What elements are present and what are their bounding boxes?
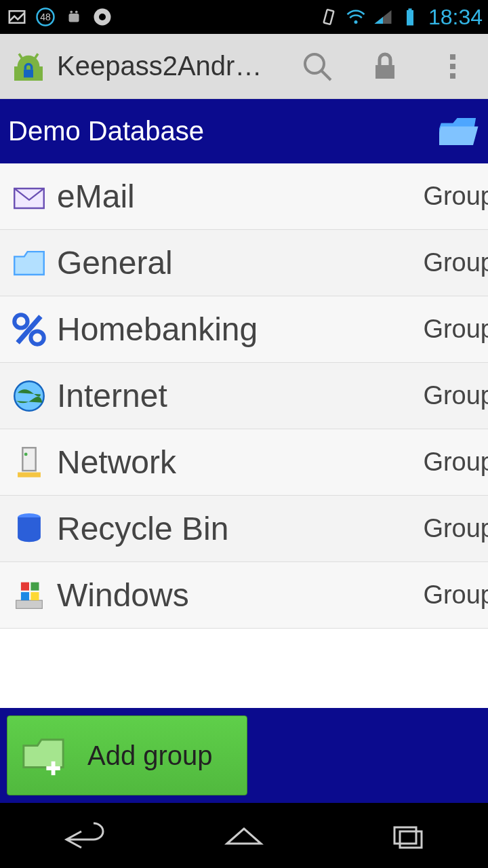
group-row-recyclebin[interactable]: Recycle Bin Group	[0, 496, 488, 562]
signal-icon	[371, 5, 394, 28]
group-row-homebanking[interactable]: Homebanking Group	[0, 296, 488, 363]
svg-line-15	[35, 54, 38, 58]
group-type: Group	[423, 448, 488, 477]
search-icon[interactable]	[290, 39, 344, 94]
bin-icon	[8, 508, 50, 550]
svg-rect-2	[69, 14, 79, 22]
group-type: Group	[423, 381, 488, 410]
bottom-toolbar: Add group	[0, 708, 488, 803]
group-row-general[interactable]: General Group	[0, 230, 488, 296]
svg-point-3	[70, 11, 73, 14]
svg-rect-28	[22, 448, 35, 471]
status-bar: 48 18:34	[0, 0, 488, 34]
app-title: Keepass2Andr…	[57, 51, 277, 81]
svg-rect-35	[21, 592, 29, 600]
group-type: Group	[423, 248, 488, 277]
svg-rect-19	[375, 65, 394, 79]
svg-point-30	[24, 452, 28, 456]
svg-rect-39	[394, 827, 416, 844]
group-label: eMail	[57, 178, 416, 215]
database-header[interactable]: Demo Database	[0, 99, 488, 163]
group-row-email[interactable]: eMail Group	[0, 163, 488, 230]
notification-count-icon: 48	[34, 5, 57, 28]
vibrate-icon	[317, 5, 340, 28]
add-group-button[interactable]: Add group	[7, 715, 247, 795]
server-icon	[8, 441, 50, 484]
folder-open-icon	[439, 115, 480, 149]
android-debug-icon	[62, 5, 85, 28]
svg-point-8	[354, 20, 357, 24]
wifi-icon	[344, 5, 367, 28]
svg-rect-32	[16, 600, 43, 608]
app-icon	[8, 46, 49, 87]
svg-rect-33	[21, 582, 29, 590]
percent-icon	[8, 309, 50, 351]
group-label: Windows	[57, 576, 416, 614]
svg-rect-36	[30, 592, 39, 600]
group-row-windows[interactable]: Windows Group	[0, 562, 488, 629]
home-button[interactable]	[203, 815, 285, 856]
recent-apps-button[interactable]	[366, 815, 447, 856]
folder-plus-icon	[20, 732, 67, 779]
globe-icon	[8, 375, 50, 417]
back-button[interactable]	[41, 815, 122, 856]
clock-text: 18:34	[426, 5, 483, 30]
group-row-internet[interactable]: Internet Group	[0, 363, 488, 429]
mail-icon	[8, 176, 50, 218]
folder-icon	[8, 242, 50, 284]
svg-rect-11	[407, 10, 413, 26]
group-label: Homebanking	[57, 311, 416, 348]
svg-rect-29	[18, 472, 41, 477]
navigation-bar	[0, 803, 488, 868]
group-type: Group	[423, 580, 488, 610]
svg-point-25	[30, 331, 43, 344]
group-type: Group	[423, 315, 488, 344]
lock-icon[interactable]	[358, 39, 412, 94]
circle-app-icon	[91, 5, 114, 28]
group-label: Network	[57, 443, 416, 481]
svg-rect-34	[30, 582, 39, 590]
svg-rect-40	[400, 831, 422, 848]
svg-rect-0	[9, 11, 25, 23]
svg-line-18	[321, 71, 331, 80]
svg-rect-20	[450, 54, 455, 60]
group-list: eMail Group General Group Homebanking Gr…	[0, 163, 488, 708]
svg-rect-12	[408, 9, 411, 11]
battery-icon	[399, 5, 422, 28]
group-type: Group	[423, 182, 488, 211]
svg-rect-21	[450, 64, 455, 69]
group-label: General	[57, 244, 416, 281]
notification-count: 48	[40, 12, 51, 22]
group-row-network[interactable]: Network Group	[0, 429, 488, 496]
group-type: Group	[423, 514, 488, 543]
svg-rect-22	[450, 73, 455, 79]
picture-icon	[5, 5, 28, 28]
action-bar: Keepass2Andr…	[0, 34, 488, 99]
svg-point-24	[14, 315, 27, 328]
svg-line-14	[19, 54, 22, 58]
overflow-menu-icon[interactable]	[426, 39, 480, 94]
windows-icon	[8, 574, 50, 616]
group-label: Internet	[57, 377, 416, 414]
svg-point-17	[305, 54, 324, 73]
add-group-label: Add group	[87, 741, 213, 771]
svg-point-6	[99, 14, 106, 20]
svg-rect-7	[324, 9, 334, 24]
group-label: Recycle Bin	[57, 510, 416, 547]
svg-rect-16	[24, 69, 33, 77]
svg-point-4	[75, 11, 78, 14]
database-title: Demo Database	[8, 116, 439, 146]
